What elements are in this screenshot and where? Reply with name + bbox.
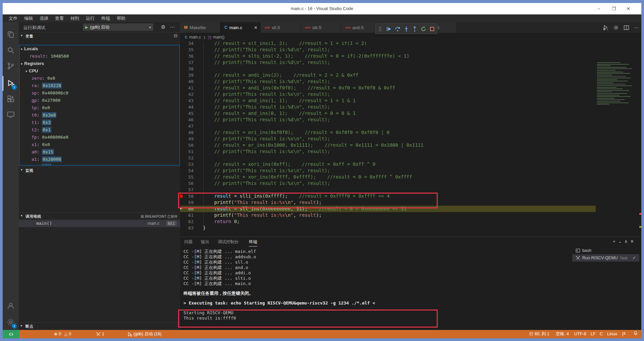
variable-row-sp[interactable]: sp: 0x408006c0 xyxy=(19,89,179,97)
activity-search-icon[interactable] xyxy=(3,43,19,58)
code-line-57[interactable]: 57 xyxy=(180,187,641,193)
code-line-54[interactable]: 54 // printf("This result is:%x\n", resu… xyxy=(180,167,641,174)
continue-button[interactable] xyxy=(386,26,392,32)
code-line-63[interactable]: 63} xyxy=(180,225,641,231)
step-out-button[interactable] xyxy=(412,26,418,32)
tree-category-Locals[interactable]: ▾Locals xyxy=(19,45,179,53)
line-number[interactable]: 57 xyxy=(183,187,194,193)
code-line-46[interactable]: 46 // printf("This result is:%d\n", resu… xyxy=(180,117,641,123)
variable-row-a0[interactable]: a0: 0x15 xyxy=(19,148,179,156)
panel-tab-问题[interactable]: 问题 xyxy=(184,239,193,245)
close-button[interactable]: ✕ xyxy=(623,3,634,14)
activity-gear-icon[interactable]: 1 xyxy=(3,315,19,330)
breadcrumb-file[interactable]: main.c xyxy=(189,35,201,40)
line-number[interactable]: 42 xyxy=(183,91,194,97)
line-number[interactable]: 52 xyxy=(183,155,194,161)
code-line-51[interactable]: 51 // printf("This result is:%x\n", resu… xyxy=(180,148,641,155)
line-number[interactable]: 41 xyxy=(183,85,194,91)
os-indicator[interactable]: Linux xyxy=(607,330,617,338)
code-line-52[interactable]: 52 xyxy=(180,155,641,161)
step-over-button[interactable] xyxy=(395,26,400,32)
line-number[interactable]: 48 xyxy=(183,129,194,136)
line-number[interactable]: 45 xyxy=(183,110,194,117)
activity-run-debug-icon[interactable]: 1 xyxy=(3,76,19,91)
line-number[interactable]: 36 xyxy=(183,53,194,59)
menu-编辑[interactable]: 编辑 xyxy=(21,14,36,22)
line-number[interactable]: 62 xyxy=(183,218,194,225)
line-number[interactable]: 34 xyxy=(183,42,194,47)
stack-frame-row[interactable]: main() main.c 60:1 xyxy=(19,220,180,227)
code-line-40[interactable]: 40 // printf("This result is:%d\n", resu… xyxy=(180,78,641,85)
variable-row-a2[interactable]: a2: 0x1 xyxy=(19,163,179,165)
line-number[interactable]: 38 xyxy=(183,66,194,72)
minimize-button[interactable]: − xyxy=(593,3,604,14)
running-tasks-status[interactable]: 1 xyxy=(96,330,104,338)
line-number[interactable]: 35 xyxy=(183,47,194,53)
close-panel-icon[interactable]: ✕ xyxy=(630,239,634,244)
code-line-42[interactable]: 42 // printf("This result is:%x\n", resu… xyxy=(180,91,641,97)
line-number[interactable]: 51 xyxy=(183,148,194,155)
restart-button[interactable] xyxy=(421,26,426,32)
activity-account-icon[interactable] xyxy=(3,298,19,313)
code-line-44[interactable]: 44 // printf("This result is:%d\n", resu… xyxy=(180,104,641,110)
activity-remote-vm-icon[interactable] xyxy=(3,107,19,122)
line-number[interactable]: 47 xyxy=(183,123,194,129)
code-line-55[interactable]: 55 // result = xor_ins(0xffff, 0xffff); … xyxy=(180,174,641,180)
line-number[interactable]: 44 xyxy=(183,104,194,110)
line-number[interactable]: 40 xyxy=(183,78,194,85)
code-line-41[interactable]: 41 // result = andi_ins(0xf0f0); //resul… xyxy=(180,85,641,91)
encoding-status[interactable]: UTF-8 xyxy=(574,330,586,338)
menu-终端[interactable]: 终端 xyxy=(98,14,113,22)
variable-row-t1[interactable]: t1: 0x3 xyxy=(19,119,179,126)
run-or-debug-icon[interactable] xyxy=(603,25,608,30)
code-line-48[interactable]: 48 // result = ori_ins(0xf0f0); //result… xyxy=(180,129,641,136)
code-line-50[interactable]: 50 // result = or_ins(0x1000, 0x1111); /… xyxy=(180,142,641,148)
panel-tab-调试控制台[interactable]: 调试控制台 xyxy=(218,239,239,245)
menu-转到[interactable]: 转到 xyxy=(67,14,83,22)
code-line-47[interactable]: 47 xyxy=(180,123,641,129)
variable-row-a1[interactable]: a1: 0x28008 xyxy=(19,156,179,163)
tab-slti.S[interactable]: ASMslti.S xyxy=(301,22,341,33)
remote-indicator[interactable] xyxy=(3,330,19,338)
indentation-status[interactable]: 空格: 4 xyxy=(556,330,569,338)
variable-row-tp[interactable]: tp: 0x0 xyxy=(19,104,179,112)
terminal-dropdown-icon[interactable]: ⌄ xyxy=(618,239,622,244)
variable-row-s1[interactable]: s1: 0x0 xyxy=(19,141,179,148)
terminal-session-Run RISCV-QEMU[interactable]: Run RISCV-QEMUTask✓ xyxy=(572,254,639,262)
feedback-flag-icon[interactable] xyxy=(622,330,626,338)
line-number[interactable]: 37 xyxy=(183,59,194,66)
code-line-56[interactable]: 56 // printf("This result is:%x\n", resu… xyxy=(180,180,641,187)
panel-tab-终端[interactable]: 终端 xyxy=(249,239,257,247)
new-terminal-icon[interactable]: + xyxy=(613,239,615,244)
breakpoints-section-header[interactable]: ▸ 断点 xyxy=(19,322,180,329)
callstack-section-header[interactable]: ▾ 调用堆栈 因 BREAKPOINT 已暂停 xyxy=(19,212,180,219)
launch-settings-gear-icon[interactable]: ⚙ xyxy=(161,24,165,30)
line-number[interactable]: 54 xyxy=(183,167,194,174)
variable-row-gp[interactable]: gp: 0x27900 xyxy=(19,97,179,104)
activity-extensions-icon[interactable] xyxy=(3,92,19,107)
close-tab-icon[interactable]: ✕ xyxy=(254,25,258,30)
line-number[interactable]: 43 xyxy=(183,97,194,104)
launch-config-dropdown[interactable]: ▶ (gdb) 启动 ▾ xyxy=(83,23,153,31)
code-line-62[interactable]: 62 return 0; xyxy=(180,218,641,225)
line-number[interactable]: 49 xyxy=(183,136,194,142)
eol-status[interactable]: LF xyxy=(591,330,596,338)
variables-section-header[interactable]: ▾ 变量 ⊟ xyxy=(19,32,180,39)
variable-row-t2[interactable]: t2: 0x1 xyxy=(19,126,179,134)
stop-button[interactable] xyxy=(429,26,435,32)
tree-category-Registers[interactable]: ▾Registers xyxy=(19,60,179,67)
gear-icon[interactable] xyxy=(613,25,619,30)
variable-row-result[interactable]: result: 1048560 xyxy=(19,53,179,60)
toolbar-grip-icon[interactable] xyxy=(377,26,383,32)
code-line-38[interactable]: 38 xyxy=(180,66,641,72)
line-number[interactable]: 56 xyxy=(183,180,194,187)
panel-icon[interactable]: ⊟ xyxy=(174,33,177,38)
code-line-35[interactable]: 35 // printf("This result is:%d\n", resu… xyxy=(180,47,641,53)
code-line-34[interactable]: 34 // result = slt_ins(1, 2); //result =… xyxy=(180,42,641,47)
line-number[interactable]: 50 xyxy=(183,142,194,148)
code-line-43[interactable]: 43 // result = and_ins(1, 1); //result =… xyxy=(180,97,641,104)
menu-查看[interactable]: 查看 xyxy=(52,14,67,22)
start-debug-icon[interactable]: ▶ xyxy=(85,25,88,29)
menu-运行[interactable]: 运行 xyxy=(83,14,98,22)
menu-文件[interactable]: 文件 xyxy=(5,14,21,22)
